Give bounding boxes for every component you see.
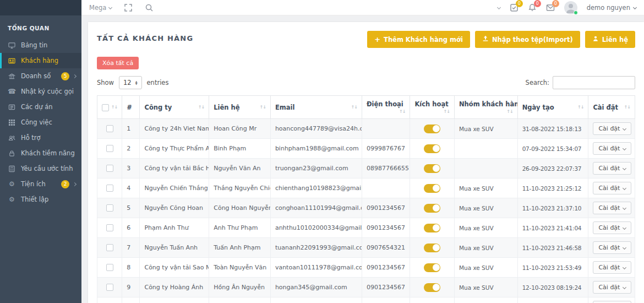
row-select-cell [97, 258, 122, 278]
active-toggle[interactable] [424, 283, 440, 292]
row-checkbox[interactable] [106, 264, 113, 271]
sidebar-item[interactable]: Công việc [0, 115, 81, 130]
envelope-icon[interactable]: 0 [546, 3, 555, 12]
settings-button[interactable]: Cài đặt [593, 142, 631, 155]
select-all-header[interactable]: ↑↓ [97, 96, 122, 119]
delete-all-button[interactable]: Xóa tất cả [97, 57, 139, 69]
settings-button-label: Cài đặt [598, 264, 620, 271]
settings-button[interactable]: Cài đặt [593, 221, 631, 234]
avatar[interactable] [564, 1, 577, 14]
column-header[interactable]: Ngày tạo↑↓ [517, 96, 588, 119]
row-checkbox[interactable] [106, 165, 113, 172]
settings-button-label: Cài đặt [598, 204, 620, 212]
active-toggle-cell [410, 119, 454, 139]
row-checkbox[interactable] [106, 244, 113, 251]
sidebar-item-label: Tiện ích [21, 180, 46, 188]
row-checkbox[interactable] [106, 125, 113, 132]
settings-button-label: Cài đặt [598, 224, 620, 231]
sidebar-item[interactable]: ⚙Tiện ích2 [0, 176, 81, 192]
sidebar-item[interactable]: ⚙Thiết lập [0, 192, 81, 207]
active-toggle[interactable] [424, 125, 440, 133]
row-checkbox[interactable] [106, 185, 113, 192]
sidebar-item[interactable]: ☎Nhật ký cuộc gọi [0, 84, 81, 99]
settings-button[interactable]: Cài đặt [593, 281, 631, 294]
table-row: 2Công ty Thực Phẩm AnBinh Phạmbinhpham19… [97, 139, 635, 159]
active-toggle[interactable] [424, 244, 440, 252]
column-header[interactable]: Cài đặt↑↓ [588, 96, 635, 119]
column-header[interactable]: Kích hoạt↑↓ [410, 96, 454, 119]
sidebar-item[interactable]: Bảng tin [0, 37, 81, 53]
contact-cell: Thắng Nguyễn Chiến [209, 178, 271, 198]
column-header[interactable]: Công ty↑↓ [140, 96, 209, 119]
page-size-select[interactable]: 12 ▲▼ [119, 76, 142, 89]
user-menu[interactable]: demo nguyen [587, 4, 636, 12]
row-checkbox[interactable] [106, 204, 113, 212]
email-cell: truongan23@gmail.com [270, 159, 362, 178]
settings-button[interactable]: Cài đặt [593, 301, 631, 303]
active-toggle-cell [410, 139, 454, 159]
settings-button-label: Cài đặt [598, 165, 620, 172]
lock-icon [8, 149, 16, 157]
settings-button[interactable]: Cài đặt [593, 202, 631, 214]
upload-icon [482, 35, 489, 44]
settings-button[interactable]: Cài đặt [593, 241, 631, 254]
chevron-down-icon [623, 206, 626, 210]
bell-icon[interactable]: 0 [528, 3, 537, 12]
column-header[interactable]: Điện thoại↑↓ [362, 96, 410, 119]
mega-menu-dropdown[interactable]: Mega [89, 4, 112, 12]
table-row: 1Công ty 24h Viet NamHoan Công Mrhoancon… [97, 119, 635, 139]
column-header[interactable]: Nhóm khách hàng↑↓ [454, 96, 517, 119]
tasks-icon[interactable]: 0 [510, 3, 519, 12]
sidebar-item[interactable]: Khách hàng [0, 53, 81, 68]
row-number-cell: 6 [122, 218, 140, 238]
row-number-cell: 10 [122, 297, 140, 303]
sidebar-item-label: Yêu cầu ước tính [21, 165, 73, 172]
active-toggle-cell [410, 278, 454, 297]
import-button[interactable]: Nhập theo tệp(Import) [475, 31, 580, 48]
contact-button[interactable]: Liên hệ [585, 31, 635, 48]
active-toggle[interactable] [424, 164, 440, 173]
settings-button[interactable]: Cài đặt [593, 182, 631, 194]
row-select-cell [97, 238, 122, 258]
active-toggle[interactable] [424, 184, 440, 193]
settings-button-label: Cài đặt [598, 125, 620, 132]
row-checkbox[interactable] [106, 224, 113, 231]
row-checkbox[interactable] [106, 284, 113, 291]
phone-cell: 0901234567 [362, 278, 410, 297]
app-window: TỔNG QUAN Bảng tinKhách hàngDoanh số5☎Nh… [0, 0, 644, 303]
search-input[interactable] [553, 76, 635, 89]
add-customer-button[interactable]: + Thêm Khách hàng mới [367, 31, 470, 48]
table-row: 8Công ty vận tải Sao MaiToàn Nguyễn Vănv… [97, 258, 635, 278]
sidebar-item[interactable]: Các dự án [0, 99, 81, 115]
active-toggle[interactable] [424, 263, 440, 272]
email-cell: binhpham1988@gmail.com [270, 139, 362, 159]
table-header-row: ↑↓ #Công ty↑↓Liên hệ↑↓Email↑↓Điện thoại↑… [97, 96, 635, 119]
gear-icon: ⚙ [8, 196, 16, 203]
search-icon[interactable] [145, 3, 154, 12]
sort-icon: ↑↓ [198, 105, 204, 110]
sidebar-item[interactable]: Doanh số5 [0, 68, 81, 84]
sidebar-item[interactable]: Khách tiềm năng [0, 145, 81, 161]
fullscreen-icon[interactable] [124, 3, 133, 12]
column-header[interactable]: Liên hệ↑↓ [209, 96, 271, 119]
row-number-cell: 2 [122, 139, 140, 159]
settings-button-label: Cài đặt [598, 185, 620, 192]
contact-cell: Ngô Bảo Châu [209, 297, 271, 303]
chevron-down-icon[interactable] [497, 6, 501, 9]
sidebar-item[interactable]: Hỗ trợ [0, 130, 81, 145]
active-toggle[interactable] [424, 224, 440, 232]
active-toggle[interactable] [424, 144, 440, 153]
select-all-checkbox[interactable] [102, 104, 109, 111]
table-row: 10Software NTTNgô Bảo Châuchauit04@gmail… [97, 297, 635, 303]
settings-button[interactable]: Cài đặt [593, 261, 631, 274]
settings-button[interactable]: Cài đặt [593, 162, 631, 175]
row-checkbox[interactable] [106, 145, 113, 152]
company-cell: Nguyễn Chiến Thắng [140, 178, 209, 198]
messages-count-badge: 0 [552, 0, 559, 7]
customer-group-cell: Mua xe SUV [454, 198, 517, 218]
column-header[interactable]: Email↑↓ [270, 96, 362, 119]
sidebar-item[interactable]: Yêu cầu ước tính [0, 161, 81, 176]
settings-button[interactable]: Cài đặt [593, 122, 631, 135]
column-header-label: Liên hệ [214, 104, 239, 111]
active-toggle[interactable] [424, 204, 440, 213]
